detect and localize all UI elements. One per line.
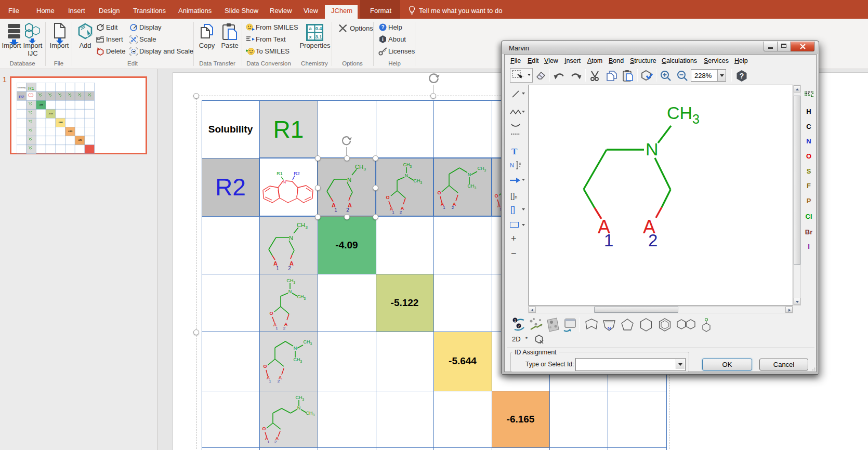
svg-text:CH: CH (667, 103, 692, 123)
svg-text:2: 2 (648, 231, 657, 250)
svg-text:1: 1 (604, 231, 613, 250)
svg-text:?: ? (740, 72, 744, 80)
svg-text:1: 1 (514, 319, 516, 322)
svg-text:2: 2 (518, 324, 520, 328)
svg-text:N: N (646, 139, 659, 159)
svg-text:3: 3 (692, 112, 700, 126)
svg-text:N: N (608, 326, 611, 331)
